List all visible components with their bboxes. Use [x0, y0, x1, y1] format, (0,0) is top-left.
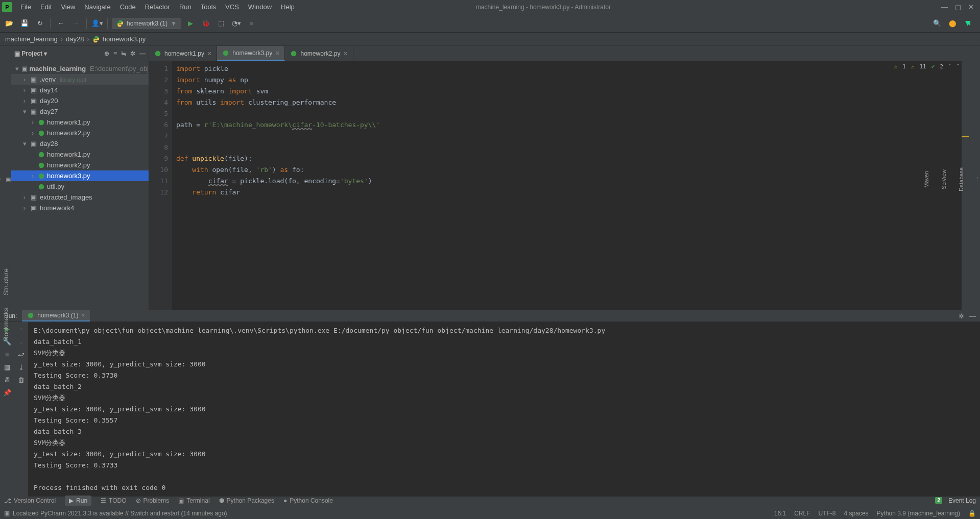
menu-code[interactable]: Code	[116, 2, 140, 12]
editor-tab[interactable]: homework1.py×	[149, 46, 217, 61]
tree-root[interactable]: ▾▣machine_learning E:\document\py_obj	[11, 63, 149, 74]
run-tab[interactable]: homework3 (1) ×	[22, 310, 90, 322]
run-button[interactable]: ▶	[184, 17, 197, 30]
project-tab[interactable]: Project	[0, 167, 2, 191]
line-ending[interactable]: CRLF	[794, 510, 810, 517]
softwrap-icon[interactable]: ⮐	[18, 351, 25, 358]
tree-folder[interactable]: ›▣day14	[11, 85, 149, 95]
inspection-widget[interactable]: ⚠1 ⚠11 ✔2 ˄ ˅	[894, 63, 960, 70]
problems-tab[interactable]: ⊘ Problems	[136, 497, 170, 504]
interpreter[interactable]: Python 3.9 (machine_learning)	[877, 510, 960, 517]
hide-icon[interactable]: —	[139, 50, 146, 57]
status-icon[interactable]: ▣	[4, 510, 10, 517]
breadcrumb: machine_learning › day28 › homework3.py	[0, 33, 980, 46]
status-message[interactable]: Localized PyCharm 2021.3.3 is available …	[13, 510, 227, 517]
tree-folder[interactable]: ▾▣day27	[11, 106, 149, 117]
refresh-icon[interactable]: ↻	[34, 17, 46, 30]
close-tab-icon[interactable]: ×	[207, 50, 211, 58]
menu-edit[interactable]: Edit	[36, 2, 56, 12]
tree-file-selected[interactable]: ›homework3.py	[11, 170, 149, 181]
back-button[interactable]: ←	[55, 17, 67, 30]
chevron-up-icon[interactable]: ˄	[948, 63, 951, 70]
scroll-end-icon[interactable]: ⤓	[18, 363, 24, 371]
structure-tab[interactable]: Structure	[1, 265, 11, 299]
collapse-all-icon[interactable]: ≒	[121, 50, 126, 57]
stop-run-button[interactable]: ■	[5, 351, 9, 358]
hide-run-icon[interactable]: —	[969, 312, 976, 320]
search-icon[interactable]: 🔍	[931, 17, 943, 30]
print-icon[interactable]: 🖶	[4, 376, 11, 384]
project-tree[interactable]: ▾▣machine_learning E:\document\py_obj ›▣…	[11, 61, 149, 310]
layout-icon[interactable]: ▦	[4, 363, 10, 371]
indent[interactable]: 4 spaces	[844, 510, 869, 517]
tree-file[interactable]: util.py	[11, 181, 149, 192]
tree-file[interactable]: homework1.py	[11, 149, 149, 160]
event-log-tab[interactable]: Event Log	[948, 497, 976, 504]
options-icon[interactable]: ⋮	[974, 176, 980, 183]
editor-tab[interactable]: homework3.py×	[217, 46, 285, 61]
breadcrumb-file[interactable]: homework3.py	[103, 35, 146, 43]
maven-tab[interactable]: Maven	[922, 168, 930, 191]
run-config-selector[interactable]: homework3 (1) ▼	[112, 18, 181, 29]
editor-gutter: 123456789101112	[149, 61, 172, 310]
editor-body[interactable]: 123456789101112 import pickleimport nump…	[149, 61, 969, 310]
debug-button[interactable]: 🐞	[200, 17, 212, 30]
version-control-tab[interactable]: ⎇ Version Control	[4, 497, 56, 504]
tree-file[interactable]: ›homework1.py	[11, 117, 149, 128]
editor-tab[interactable]: homework2.py×	[285, 46, 353, 61]
ide-updates-icon[interactable]: ⬤	[946, 17, 959, 30]
tree-folder[interactable]: ›▣extracted_images	[11, 192, 149, 203]
run-settings-icon[interactable]: ✲	[959, 312, 964, 320]
close-run-tab-icon[interactable]: ×	[81, 312, 85, 319]
minimize-button[interactable]: —	[941, 3, 948, 11]
down-icon[interactable]: ↓	[19, 338, 23, 345]
close-button[interactable]: ✕	[968, 3, 974, 11]
open-icon[interactable]: 📂	[3, 17, 15, 30]
caret-position[interactable]: 16:1	[774, 510, 786, 517]
python-console-tab[interactable]: ● Python Console	[283, 497, 333, 504]
codewithme-icon[interactable]	[962, 17, 974, 30]
stop-button[interactable]: ■	[246, 17, 258, 30]
maximize-button[interactable]: ▢	[955, 3, 961, 11]
user-icon[interactable]: 👤▾	[91, 17, 103, 30]
run-tab-bottom[interactable]: ▶ Run	[65, 496, 91, 506]
tree-folder[interactable]: ›▣day20	[11, 95, 149, 106]
clear-icon[interactable]: 🗑	[18, 376, 25, 384]
save-icon[interactable]: 💾	[18, 17, 31, 30]
up-icon[interactable]: ↑	[19, 325, 23, 333]
pin-icon[interactable]: 📌	[3, 389, 11, 397]
svg-point-9	[28, 313, 34, 318]
forward-button[interactable]: →	[70, 17, 82, 30]
tree-folder[interactable]: ▾▣day28	[11, 138, 149, 149]
menu-navigate[interactable]: Navigate	[80, 2, 114, 12]
sciview-tab[interactable]: SciView	[940, 166, 948, 192]
menu-file[interactable]: File	[16, 2, 35, 12]
menu-view[interactable]: View	[57, 2, 79, 12]
encoding[interactable]: UTF-8	[819, 510, 836, 517]
close-tab-icon[interactable]: ×	[344, 50, 348, 58]
bookmarks-tab[interactable]: Bookmarks	[1, 305, 11, 344]
tree-file[interactable]: ›homework2.py	[11, 128, 149, 138]
terminal-tab[interactable]: ▣ Terminal	[178, 497, 209, 504]
close-tab-icon[interactable]: ×	[275, 49, 279, 57]
todo-tab[interactable]: ☰ TODO	[101, 497, 126, 504]
breadcrumb-root[interactable]: machine_learning	[5, 35, 58, 43]
tree-venv[interactable]: ›▣.venvlibrary root	[11, 74, 149, 85]
lock-icon[interactable]: 🔒	[968, 510, 976, 517]
database-tab[interactable]: Database	[957, 164, 965, 194]
python-packages-tab[interactable]: ⬢ Python Packages	[219, 497, 274, 504]
coverage-button[interactable]: ⬚	[215, 17, 227, 30]
locate-icon[interactable]: ⊕	[104, 50, 109, 57]
code-area[interactable]: import pickleimport numpy as npfrom skle…	[172, 61, 969, 310]
settings-icon[interactable]: ✲	[130, 50, 135, 57]
expand-all-icon[interactable]: ≡	[113, 50, 117, 57]
notification-badge[interactable]: 2	[935, 497, 942, 504]
profile-button[interactable]: ◔▾	[230, 17, 243, 30]
chevron-down-icon[interactable]: ˅	[957, 63, 960, 70]
console-output[interactable]: E:\document\py_object\fun_object\machine…	[29, 322, 980, 497]
breadcrumb-folder[interactable]: day28	[66, 35, 84, 43]
tree-folder[interactable]: ›▣homework4	[11, 203, 149, 213]
project-tool-icon[interactable]: ▣	[6, 176, 11, 183]
project-view-selector[interactable]: ▣ Project ▾	[14, 50, 47, 57]
tree-file[interactable]: homework2.py	[11, 160, 149, 170]
